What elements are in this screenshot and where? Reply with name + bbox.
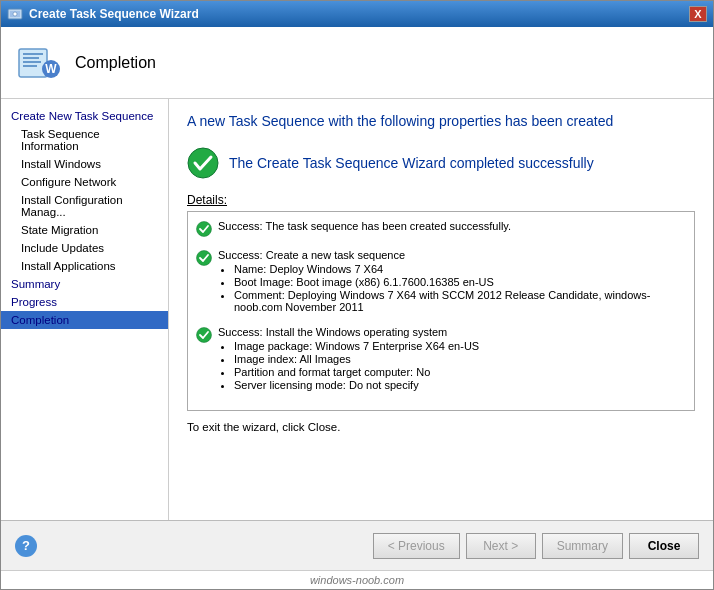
svg-point-13 — [197, 328, 212, 343]
detail-bullet: Partition and format target computer: No — [234, 366, 686, 378]
detail-summary: Success: The task sequence has been crea… — [218, 220, 511, 232]
detail-summary: Success: Create a new task sequence — [218, 249, 405, 261]
watermark-text: windows-noob.com — [310, 574, 404, 586]
detail-bullet: Server licensing mode: Do not specify — [234, 379, 686, 391]
close-button[interactable]: Close — [629, 533, 699, 559]
svg-rect-4 — [23, 53, 43, 55]
sidebar-item-configure-network[interactable]: Configure Network — [1, 173, 168, 191]
body-area: Create New Task SequenceTask Sequence In… — [1, 99, 713, 520]
svg-point-2 — [13, 12, 17, 16]
next-button[interactable]: Next > — [466, 533, 536, 559]
svg-rect-7 — [23, 65, 37, 67]
header-wizard-icon: W — [15, 39, 63, 87]
detail-check-icon — [196, 250, 212, 266]
detail-summary: Success: Install the Windows operating s… — [218, 326, 447, 338]
details-label: Details: — [187, 193, 695, 207]
sidebar-item-install-windows[interactable]: Install Windows — [1, 155, 168, 173]
detail-bullet: Name: Deploy Windows 7 X64 — [234, 263, 686, 275]
detail-bullet: Image package: Windows 7 Enterprise X64 … — [234, 340, 686, 352]
detail-entry-entry3: Success: Install the Windows operating s… — [196, 326, 686, 392]
svg-point-10 — [188, 148, 218, 178]
sidebar: Create New Task SequenceTask Sequence In… — [1, 99, 169, 520]
detail-check-icon — [196, 221, 212, 237]
detail-check-icon — [196, 327, 212, 343]
success-text: The Create Task Sequence Wizard complete… — [229, 155, 594, 171]
detail-bullet: Image index: All Images — [234, 353, 686, 365]
header-title: Completion — [75, 54, 156, 72]
footer: ? < Previous Next > Summary Close — [1, 520, 713, 570]
title-bar-title: Create Task Sequence Wizard — [29, 7, 689, 21]
sidebar-item-task-sequence-information[interactable]: Task Sequence Information — [1, 125, 168, 155]
sidebar-item-summary[interactable]: Summary — [1, 275, 168, 293]
exit-note: To exit the wizard, click Close. — [187, 421, 695, 433]
main-title: A new Task Sequence with the following p… — [187, 113, 695, 129]
svg-text:W: W — [45, 62, 57, 76]
sidebar-item-completion[interactable]: Completion — [1, 311, 168, 329]
success-banner: The Create Task Sequence Wizard complete… — [187, 147, 695, 179]
watermark-bar: windows-noob.com — [1, 570, 713, 589]
svg-point-11 — [197, 222, 212, 237]
detail-entry-entry1: Success: The task sequence has been crea… — [196, 220, 686, 237]
sidebar-item-progress[interactable]: Progress — [1, 293, 168, 311]
footer-buttons: < Previous Next > Summary Close — [373, 533, 699, 559]
header-area: W Completion — [1, 27, 713, 99]
details-box[interactable]: Success: The task sequence has been crea… — [187, 211, 695, 411]
sidebar-item-install-applications[interactable]: Install Applications — [1, 257, 168, 275]
sidebar-item-state-migration[interactable]: State Migration — [1, 221, 168, 239]
svg-rect-6 — [23, 61, 41, 63]
detail-bullet: Comment: Deploying Windows 7 X64 with SC… — [234, 289, 686, 313]
detail-entry-entry2: Success: Create a new task sequenceName:… — [196, 249, 686, 314]
title-bar-icon — [7, 6, 23, 22]
help-button[interactable]: ? — [15, 535, 37, 557]
summary-button[interactable]: Summary — [542, 533, 623, 559]
svg-rect-5 — [23, 57, 39, 59]
sidebar-item-include-updates[interactable]: Include Updates — [1, 239, 168, 257]
title-bar: Create Task Sequence Wizard X — [1, 1, 713, 27]
svg-point-12 — [197, 251, 212, 266]
close-window-button[interactable]: X — [689, 6, 707, 22]
success-check-icon-large — [187, 147, 219, 179]
sidebar-item-create-new-task-sequence[interactable]: Create New Task Sequence — [1, 107, 168, 125]
detail-bullet: Boot Image: Boot image (x86) 6.1.7600.16… — [234, 276, 686, 288]
main-window: Create Task Sequence Wizard X W Completi… — [0, 0, 714, 590]
previous-button[interactable]: < Previous — [373, 533, 460, 559]
main-content: A new Task Sequence with the following p… — [169, 99, 713, 520]
sidebar-item-install-configuration-manager[interactable]: Install Configuration Manag... — [1, 191, 168, 221]
